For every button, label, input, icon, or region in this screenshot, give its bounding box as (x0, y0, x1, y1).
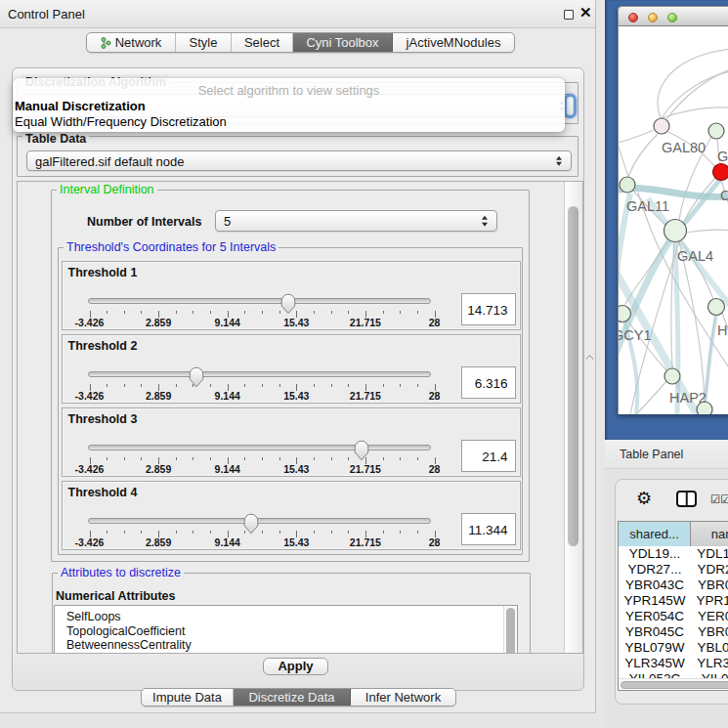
numerical-attributes-label: Numerical Attributes (56, 589, 175, 603)
column-header-shared-name[interactable]: shared... (619, 522, 691, 546)
threshold-slider-thumb[interactable] (280, 293, 296, 315)
slider-tick-label: 2.859 (146, 390, 171, 402)
slider-tick-label: 28 (429, 390, 441, 402)
slider-tick (417, 311, 418, 315)
combo-arrows-icon (556, 155, 564, 166)
slider-tick-label: 21.715 (350, 317, 381, 328)
slider-tick-label: 28 (429, 317, 441, 328)
threshold-slider-thumb[interactable] (354, 440, 369, 461)
slider-tick (193, 311, 193, 315)
network-node[interactable] (620, 177, 635, 193)
table-row[interactable]: YBR043CYBR043C (619, 578, 728, 593)
network-node[interactable] (619, 306, 631, 322)
attributes-list-scrollbar[interactable] (503, 606, 517, 654)
table-row[interactable]: YDL19...YDL194W (619, 546, 728, 562)
cyni-toolbox-panel: Discretization Algorithm Select algorith… (12, 67, 584, 691)
table-row[interactable]: YPR145WYPR145W (619, 593, 728, 609)
cell-shared-name: YDR27... (619, 562, 691, 578)
number-of-intervals-combobox[interactable]: 5 (215, 210, 497, 232)
tab-jactivemnodules[interactable]: jActiveMNodules (393, 33, 514, 52)
threshold-value-field[interactable]: 14.713 (461, 293, 516, 325)
table-row[interactable]: YER054CYER054C (619, 609, 728, 624)
slider-tick (262, 531, 263, 535)
tab-select[interactable]: Select (232, 33, 293, 52)
cell-shared-name: YBR045C (619, 624, 691, 640)
threshold-label: Threshold 1 (68, 266, 138, 279)
network-node[interactable] (654, 118, 669, 134)
slider-tick (210, 457, 211, 461)
algorithm-option-manual[interactable]: Manual Discretization (15, 99, 146, 113)
table-data-title: Table Data (22, 132, 89, 147)
threshold-value-field[interactable]: 21.4 (461, 440, 516, 472)
table-row[interactable]: YBL079WYBL079W (619, 640, 728, 656)
cell-name: YLR345W (691, 656, 728, 671)
window-title: Control Panel (8, 7, 85, 21)
tab-network[interactable]: Network (87, 33, 176, 52)
slider-tick (314, 457, 315, 461)
threshold-slider-track[interactable] (88, 445, 431, 450)
column-header-name[interactable]: name (691, 522, 728, 546)
settings-vertical-scrollbar[interactable] (564, 182, 582, 653)
table-data-combobox[interactable]: galFiltered.sif default node (26, 150, 572, 171)
number-of-intervals-label: Number of Intervals (87, 215, 201, 229)
table-row[interactable]: YLR345WYLR345W (619, 656, 728, 671)
slider-tick (348, 311, 349, 315)
algorithm-popup: Select algorithm to view settings Manual… (13, 78, 565, 132)
table-horizontal-scrollbar[interactable] (619, 678, 728, 690)
attribute-item[interactable]: TopologicalCoefficient (55, 624, 517, 639)
combo-arrows-icon (482, 216, 490, 227)
threshold-slider-track[interactable] (88, 518, 431, 524)
table-panel-header: Table Panel (605, 440, 728, 469)
network-node[interactable] (664, 368, 680, 384)
tab-style[interactable]: Style (176, 33, 232, 52)
slider-tick-label: -3.426 (75, 536, 105, 548)
slider-tick (279, 531, 280, 535)
threshold-slider-track[interactable] (88, 298, 431, 304)
network-window-titlebar[interactable] (618, 6, 728, 26)
threshold-slider-thumb[interactable] (243, 513, 259, 535)
slider-tick (176, 384, 177, 388)
network-node[interactable] (664, 220, 687, 242)
table-row[interactable]: YDR27...YDR277C (619, 562, 728, 578)
threshold-slider-track[interactable] (88, 371, 431, 377)
network-node[interactable] (708, 123, 724, 139)
network-node-label: H (717, 322, 727, 338)
slider-tick (331, 531, 332, 535)
slider-tick (193, 457, 193, 461)
columns-icon[interactable] (676, 491, 697, 507)
threshold-value-field[interactable]: 11.344 (461, 513, 516, 545)
slider-tick (176, 457, 177, 461)
select-columns-icon[interactable]: ☑☑ (710, 492, 728, 506)
cell-shared-name: YBL079W (619, 640, 691, 656)
slider-tick (400, 384, 401, 388)
float-window-icon[interactable] (564, 10, 574, 20)
threshold-value-field[interactable]: 6.316 (461, 366, 516, 399)
bottom-tab-discretize-data[interactable]: Discretize Data (234, 689, 351, 706)
threshold-slider-thumb[interactable] (189, 366, 204, 388)
table-data-group: Table Data galFiltered.sif default node (17, 136, 578, 177)
mac-close-icon[interactable] (628, 13, 638, 22)
attribute-item[interactable]: BetweennessCentrality (55, 638, 517, 653)
network-canvas[interactable]: GAL80GACGAL11GAL4HGCY1HAP2 (618, 26, 728, 414)
close-icon[interactable]: ✕ (579, 4, 592, 21)
bottom-tab-impute-data[interactable]: Impute Data (142, 689, 234, 706)
slider-tick (141, 384, 142, 388)
attribute-item[interactable]: SelfLoops (55, 610, 517, 624)
gear-icon[interactable]: ⚙ (636, 490, 652, 507)
mac-zoom-icon[interactable] (667, 13, 677, 22)
bottom-tab-infer-network[interactable]: Infer Network (351, 689, 455, 706)
combobox-focus-ring (564, 94, 577, 118)
network-node[interactable] (713, 164, 728, 181)
numerical-attributes-list[interactable]: SelfLoopsTopologicalCoefficientBetweenne… (54, 605, 518, 654)
apply-button[interactable]: Apply (263, 658, 328, 675)
cell-name: YDR277C (691, 562, 728, 578)
table-row[interactable]: YBR045CYBR045C (619, 624, 728, 640)
network-node[interactable] (708, 299, 725, 316)
slider-tick-label: 9.144 (215, 317, 240, 328)
mac-minimize-icon[interactable] (648, 13, 658, 22)
tab-cyni-toolbox[interactable]: Cyni Toolbox (293, 33, 393, 52)
network-node-label: GA (717, 149, 728, 164)
algorithm-option-equal-width[interactable]: Equal Width/Frequency Discretization (15, 114, 227, 129)
control-panel-titlebar: Control Panel ✕ (0, 0, 595, 28)
cell-name: YBL079W (691, 640, 728, 656)
